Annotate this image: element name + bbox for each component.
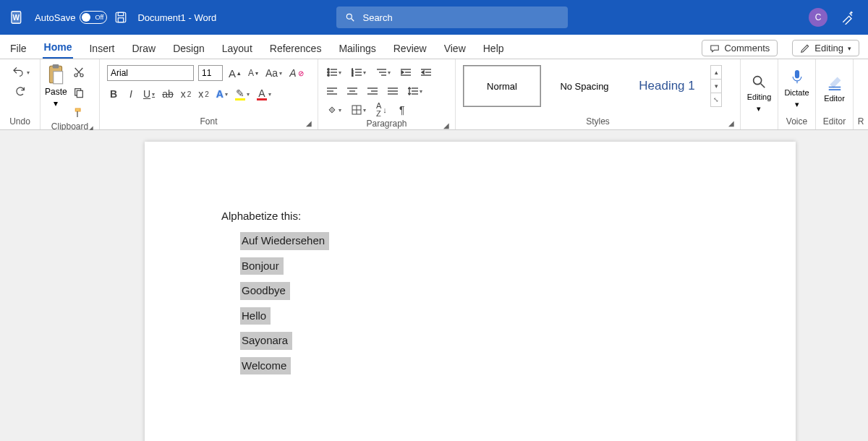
subscript-button[interactable]: x2	[179, 87, 193, 101]
borders-button[interactable]: ▾	[350, 103, 367, 117]
editing-button-label: Editing	[747, 93, 772, 101]
save-button[interactable]	[114, 11, 127, 24]
chevron-down-icon: ▾	[795, 100, 799, 109]
tab-file[interactable]: File	[9, 38, 28, 59]
align-right-button[interactable]	[366, 84, 379, 98]
autosave-label: AutoSave	[35, 12, 75, 23]
editing-button[interactable]: Editing ▾	[747, 74, 772, 114]
undo-group-label: Undo	[4, 115, 35, 128]
font-name-select[interactable]	[107, 65, 194, 81]
highlight-button[interactable]: ✎▾	[234, 87, 251, 101]
autosave-switch[interactable]: Off	[80, 11, 107, 24]
change-case-button[interactable]: Aa▾	[264, 66, 284, 80]
svg-rect-56	[795, 71, 799, 78]
editor-button[interactable]: Editor	[824, 75, 845, 103]
document-area[interactable]: Alphabetize this: Auf Wiedersehen Bonjou…	[0, 130, 868, 441]
tab-view[interactable]: View	[443, 38, 467, 59]
selected-line[interactable]: Sayonara	[240, 332, 292, 350]
coming-soon-icon[interactable]	[841, 10, 855, 25]
grow-font-button[interactable]: A▴	[227, 66, 242, 80]
styles-gallery-scroll[interactable]: ▴▾⤡	[710, 65, 722, 107]
decrease-indent-button[interactable]	[399, 65, 412, 80]
bold-button[interactable]: B	[107, 87, 120, 101]
selected-line[interactable]: Hello	[240, 307, 271, 325]
format-painter-button[interactable]	[72, 106, 86, 120]
copy-button[interactable]	[72, 85, 86, 100]
editor-icon	[827, 75, 843, 91]
tab-mailings[interactable]: Mailings	[337, 38, 377, 59]
justify-button[interactable]	[386, 84, 399, 98]
align-center-button[interactable]	[346, 84, 359, 98]
tab-design[interactable]: Design	[171, 38, 206, 59]
increase-indent-button[interactable]	[420, 65, 433, 80]
clipboard-group: Paste ▾ Clipboard◢	[41, 59, 100, 129]
tab-draw[interactable]: Draw	[130, 38, 157, 59]
ribbon-tabs: File Home Insert Draw Design Layout Refe…	[0, 35, 868, 59]
numbering-button[interactable]: 123▾	[350, 65, 367, 80]
tab-help[interactable]: Help	[482, 38, 506, 59]
tab-insert[interactable]: Insert	[88, 38, 116, 59]
dictate-button[interactable]: Dictate ▾	[784, 68, 809, 109]
multilevel-list-button[interactable]: ▾	[375, 65, 392, 80]
strikethrough-button[interactable]: ab	[161, 87, 175, 101]
font-launcher[interactable]: ◢	[306, 119, 312, 127]
font-size-select[interactable]	[198, 65, 223, 81]
clear-formatting-button[interactable]: A⊘	[288, 66, 305, 80]
show-marks-button[interactable]: ¶	[396, 103, 409, 117]
document-heading[interactable]: Alphabetize this:	[221, 210, 719, 222]
search-placeholder: Search	[362, 12, 392, 23]
undo-button[interactable]: ▾	[9, 65, 31, 80]
selected-line[interactable]: Goodbye	[240, 282, 290, 300]
search-icon	[345, 12, 355, 22]
tab-home[interactable]: Home	[43, 37, 74, 59]
styles-launcher[interactable]: ◢	[728, 119, 734, 127]
font-color-button[interactable]: A▾	[255, 87, 273, 101]
font-group-label: Font	[200, 116, 217, 127]
tab-references[interactable]: References	[268, 38, 323, 59]
editing-group: Editing ▾	[741, 59, 778, 129]
styles-group: Normal No Spacing Heading 1 ▴▾⤡ Styles◢	[456, 59, 741, 129]
svg-text:3: 3	[352, 74, 354, 77]
paste-button[interactable]: Paste ▾	[45, 64, 67, 108]
editing-mode-button[interactable]: Editing ▾	[792, 40, 859, 56]
cut-button[interactable]	[72, 65, 86, 80]
tab-review[interactable]: Review	[392, 38, 428, 59]
redo-button[interactable]	[12, 84, 28, 98]
ribbon-overflow[interactable]: R	[854, 59, 868, 129]
bullets-button[interactable]: ▾	[326, 65, 343, 80]
selected-line[interactable]: Bonjour	[240, 257, 284, 275]
align-left-button[interactable]	[326, 84, 339, 98]
svg-rect-3	[116, 12, 127, 22]
style-heading-1[interactable]: Heading 1	[628, 65, 706, 107]
chevron-down-icon[interactable]: ▾	[711, 80, 721, 93]
chevron-up-icon[interactable]: ▴	[711, 66, 721, 80]
italic-button[interactable]: I	[124, 87, 137, 101]
search-box[interactable]: Search	[336, 7, 568, 28]
document-page[interactable]: Alphabetize this: Auf Wiedersehen Bonjou…	[145, 142, 796, 441]
expand-icon[interactable]: ⤡	[711, 93, 721, 106]
pencil-icon	[800, 43, 810, 53]
highlighter-icon: ✎	[236, 88, 244, 98]
user-avatar[interactable]: C	[809, 8, 827, 27]
superscript-button[interactable]: x2	[197, 87, 210, 101]
style-no-spacing[interactable]: No Spacing	[545, 65, 624, 107]
styles-group-label: Styles	[586, 116, 610, 127]
selected-line[interactable]: Auf Wiedersehen	[240, 232, 329, 250]
sort-button[interactable]: AZ↓	[375, 103, 388, 117]
text-effects-button[interactable]: A▾	[215, 87, 229, 101]
shrink-font-button[interactable]: A▾	[247, 66, 260, 80]
style-normal[interactable]: Normal	[463, 65, 541, 107]
comments-button[interactable]: Comments	[702, 40, 778, 56]
search-icon	[751, 74, 767, 90]
selected-line[interactable]: Welcome	[240, 357, 291, 375]
underline-button[interactable]: U▾	[142, 87, 156, 101]
paragraph-launcher[interactable]: ◢	[443, 121, 449, 129]
shading-button[interactable]: ▾	[326, 103, 343, 117]
chevron-down-icon: ▾	[848, 45, 851, 52]
autosave-toggle[interactable]: AutoSave Off	[35, 11, 107, 24]
svg-rect-5	[119, 18, 124, 22]
tab-layout[interactable]: Layout	[221, 38, 254, 59]
chevron-down-icon: ▾	[757, 104, 761, 114]
selected-text-block[interactable]: Auf Wiedersehen Bonjour Goodbye Hello Sa…	[221, 232, 719, 382]
line-spacing-button[interactable]: ▾	[407, 84, 424, 98]
